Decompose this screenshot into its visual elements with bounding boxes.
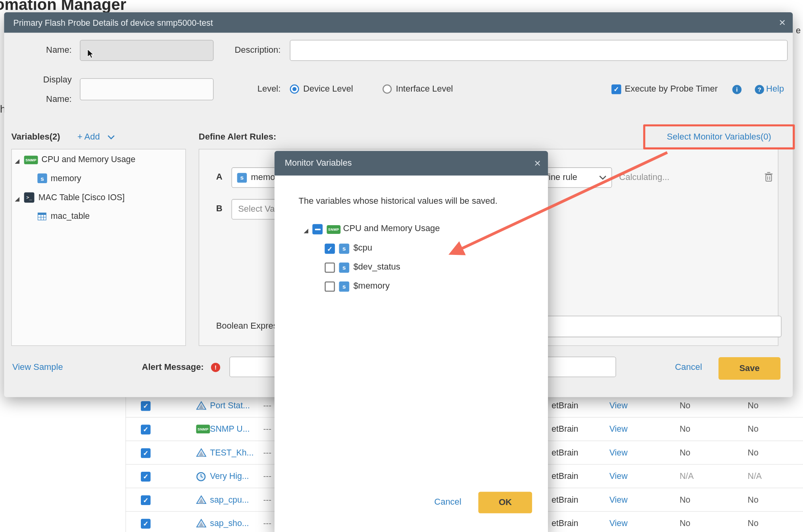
modal-tree-item-dev-status[interactable]: $dev_status <box>353 262 400 272</box>
row-name-link[interactable]: Port Stat... <box>210 394 250 417</box>
variable-icon: s <box>339 281 350 292</box>
tree-expander-icon[interactable] <box>15 195 20 204</box>
modal-tree-item-memory[interactable]: $memory <box>353 281 390 291</box>
mouse-cursor <box>87 49 94 61</box>
display-name-input[interactable] <box>80 78 213 100</box>
row-source: etBrain <box>551 488 578 511</box>
description-input[interactable] <box>290 40 788 61</box>
cpu-checkbox[interactable] <box>325 243 335 254</box>
tree-item-mac-table-var[interactable]: mac_table <box>51 211 90 221</box>
dialog-title: Primary Flash Probe Details of device sn… <box>4 18 213 28</box>
row-col-b: No <box>748 417 759 440</box>
add-variable-button[interactable]: + Add <box>77 132 115 142</box>
row-source: etBrain <box>551 465 578 488</box>
tree-item-cpu-memory-usage[interactable]: CPU and Memory Usage <box>42 155 136 165</box>
modal-tree-parent[interactable]: CPU and Memory Usage <box>343 224 440 234</box>
interface-level-radio[interactable] <box>382 84 392 94</box>
row-source: etBrain <box>551 512 578 532</box>
clock-icon <box>196 472 206 484</box>
row-name-link[interactable]: TEST_Kh... <box>210 441 254 464</box>
row-dash: --- <box>263 417 271 440</box>
rule-row-a-label: A <box>216 172 223 182</box>
modal-title: Monitor Variables <box>275 158 352 168</box>
parent-checkbox[interactable] <box>312 224 323 234</box>
snmp-icon: SNMP <box>196 425 210 433</box>
row-checkbox[interactable] <box>141 472 151 482</box>
row-col-a: No <box>680 488 690 511</box>
row-view-link[interactable]: View <box>609 417 628 440</box>
close-icon[interactable]: × <box>534 151 541 176</box>
help-icon[interactable]: ? <box>755 85 764 94</box>
row-col-b: No <box>748 512 759 532</box>
screen: omation Manager h e Port Stat... --- etB… <box>0 0 803 532</box>
table-variable-icon <box>37 212 46 223</box>
row-checkbox[interactable] <box>141 519 151 529</box>
modal-header: Monitor Variables × <box>275 151 548 176</box>
variable-icon: s <box>37 174 47 184</box>
execute-by-probe-timer-checkbox[interactable] <box>611 84 621 94</box>
modal-cancel-button[interactable]: Cancel <box>434 497 461 507</box>
row-name-link[interactable]: sap_sho... <box>210 512 249 532</box>
row-col-a: No <box>680 417 690 440</box>
row-source: etBrain <box>551 417 578 440</box>
name-input[interactable] <box>80 40 213 61</box>
row-source: etBrain <box>551 441 578 464</box>
snmp-icon: SNMP <box>24 155 38 164</box>
tree-item-mac-table[interactable]: MAC Table [Cisco IOS] <box>38 192 125 202</box>
modal-ok-button[interactable]: OK <box>478 492 532 513</box>
row-dash: --- <box>263 441 271 464</box>
name-label: Name: <box>14 45 72 55</box>
qapp-icon <box>196 519 206 530</box>
modal-tree-item-cpu[interactable]: $cpu <box>353 243 373 253</box>
dev-status-checkbox[interactable] <box>325 262 335 273</box>
row-source: etBrain <box>551 394 578 417</box>
tree-item-memory[interactable]: memory <box>51 174 81 184</box>
qapp-icon <box>196 495 206 506</box>
row-view-link[interactable]: View <box>609 488 628 511</box>
variable-icon: s <box>339 262 350 273</box>
row-name-link[interactable]: Very Hig... <box>210 465 249 488</box>
execute-by-probe-timer-label: Execute by Probe Timer <box>625 84 718 94</box>
row-col-b: No <box>748 441 759 464</box>
row-checkbox[interactable] <box>141 448 151 458</box>
trash-icon[interactable] <box>764 171 773 184</box>
info-icon[interactable]: i <box>732 85 742 94</box>
row-view-link[interactable]: View <box>609 465 628 488</box>
define-alert-rules-header: Define Alert Rules: <box>199 132 277 142</box>
row-view-link[interactable]: View <box>609 512 628 532</box>
close-icon[interactable]: × <box>779 12 786 33</box>
device-level-option[interactable]: Device Level <box>303 84 353 94</box>
monitor-variables-modal: Monitor Variables × The variables whose … <box>275 151 548 532</box>
row-col-b: N/A <box>748 465 762 488</box>
level-label: Level: <box>229 84 280 94</box>
help-link[interactable]: Help <box>766 84 784 94</box>
row-name-link[interactable]: SNMP U... <box>210 417 250 440</box>
add-variable-label: + Add <box>77 132 100 142</box>
row-view-link[interactable]: View <box>609 441 628 464</box>
row-name-link[interactable]: sap_cpu... <box>210 488 249 511</box>
save-button[interactable]: Save <box>718 357 780 380</box>
snmp-icon: SNMP <box>327 225 341 234</box>
terminal-icon: >_ <box>24 192 35 203</box>
row-checkbox[interactable] <box>141 425 151 434</box>
tree-expander-icon[interactable] <box>15 157 20 166</box>
variables-tree-panel: SNMP CPU and Memory Usage s memory >_ MA… <box>11 149 186 346</box>
chevron-down-icon <box>108 135 115 140</box>
tree-expander-icon[interactable] <box>304 227 309 236</box>
memory-checkbox[interactable] <box>325 281 335 292</box>
row-checkbox[interactable] <box>141 401 151 411</box>
annotation-highlight-rect: Select Monitor Variables(0) <box>643 124 795 149</box>
cancel-button[interactable]: Cancel <box>675 362 702 373</box>
interface-level-option[interactable]: Interface Level <box>396 84 453 94</box>
row-view-link[interactable]: View <box>609 394 628 417</box>
chevron-down-icon <box>599 175 606 180</box>
select-monitor-variables-button[interactable]: Select Monitor Variables(0) <box>667 132 771 142</box>
boolean-expression-input[interactable] <box>512 316 782 337</box>
description-label: Description: <box>204 45 281 55</box>
background-page-title: omation Manager <box>0 0 126 14</box>
row-checkbox[interactable] <box>141 495 151 505</box>
view-sample-link[interactable]: View Sample <box>12 362 63 373</box>
row-col-a: N/A <box>680 465 694 488</box>
row-col-a: No <box>680 512 690 532</box>
device-level-radio[interactable] <box>290 84 299 94</box>
